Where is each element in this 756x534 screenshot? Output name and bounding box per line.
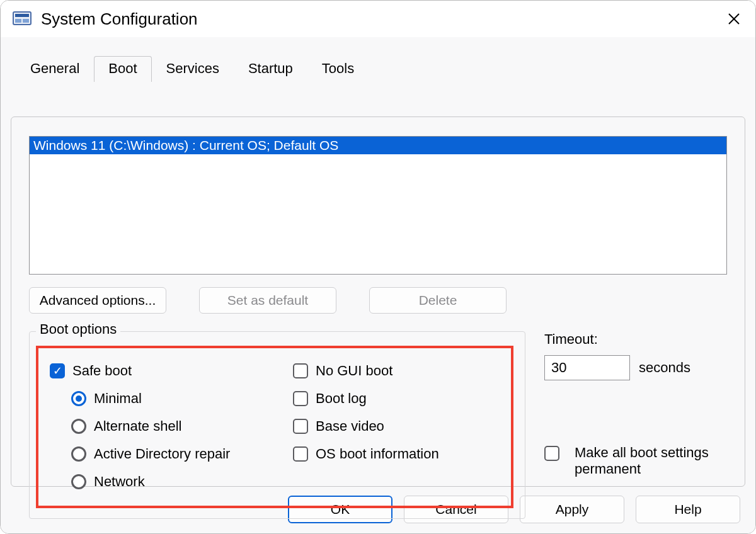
timeout-unit: seconds [639, 360, 690, 376]
tab-strip: General Boot Services Startup Tools [1, 37, 755, 81]
boot-tab-panel: Windows 11 (C:\Windows) : Current OS; De… [11, 116, 745, 487]
ad-repair-radio[interactable] [71, 446, 86, 462]
boot-button-row: Advanced options... Set as default Delet… [29, 287, 507, 314]
apply-button[interactable]: Apply [520, 496, 624, 523]
os-entry[interactable]: Windows 11 (C:\Windows) : Current OS; De… [30, 137, 726, 154]
safe-boot-checkbox[interactable]: ✓ [50, 363, 65, 378]
make-permanent-checkbox[interactable] [544, 446, 559, 461]
network-radio[interactable] [71, 474, 86, 489]
safe-boot-minimal[interactable]: Minimal [50, 385, 277, 412]
close-button[interactable] [721, 6, 747, 31]
safe-boot-alternate-shell[interactable]: Alternate shell [50, 412, 277, 440]
timeout-label: Timeout: [544, 331, 598, 348]
advanced-options-button[interactable]: Advanced options... [29, 287, 166, 314]
boot-options-column-right: No GUI boot Boot log Base video OS boot … [293, 357, 501, 468]
safe-boot-ad-repair[interactable]: Active Directory repair [50, 440, 277, 468]
system-configuration-window: System Configuration General Boot Servic… [0, 0, 756, 534]
base-video-checkbox[interactable] [293, 419, 308, 434]
window-title: System Configuration [41, 9, 198, 29]
tab-tools[interactable]: Tools [307, 56, 369, 82]
make-permanent-label: Make all boot settings permanent [575, 445, 733, 477]
safe-boot-option[interactable]: ✓ Safe boot [50, 357, 277, 385]
alternate-shell-radio[interactable] [71, 419, 86, 434]
boot-options-column-left: ✓ Safe boot Minimal Alternate shell Acti… [50, 357, 277, 496]
boot-log-checkbox[interactable] [293, 391, 308, 406]
titlebar: System Configuration [1, 1, 755, 37]
base-video-label: Base video [316, 418, 384, 435]
svg-rect-2 [15, 19, 21, 23]
os-boot-info-option[interactable]: OS boot information [293, 440, 501, 468]
set-as-default-button[interactable]: Set as default [199, 287, 336, 314]
alternate-shell-label: Alternate shell [94, 418, 181, 435]
svg-rect-1 [15, 14, 29, 17]
no-gui-boot-option[interactable]: No GUI boot [293, 357, 501, 385]
boot-options-legend: Boot options [36, 321, 120, 338]
tab-services[interactable]: Services [152, 56, 234, 82]
msconfig-icon [12, 9, 32, 29]
no-gui-boot-checkbox[interactable] [293, 363, 308, 378]
tab-startup[interactable]: Startup [234, 56, 307, 82]
timeout-row: seconds [544, 355, 690, 380]
ad-repair-label: Active Directory repair [94, 446, 230, 462]
network-label: Network [94, 474, 145, 490]
os-boot-info-label: OS boot information [316, 446, 439, 462]
help-button[interactable]: Help [636, 496, 740, 523]
os-boot-info-checkbox[interactable] [293, 446, 308, 462]
safe-boot-label: Safe boot [72, 363, 132, 379]
tab-boot[interactable]: Boot [94, 56, 151, 82]
delete-button[interactable]: Delete [369, 287, 507, 314]
no-gui-boot-label: No GUI boot [316, 363, 392, 379]
os-list[interactable]: Windows 11 (C:\Windows) : Current OS; De… [29, 136, 727, 275]
boot-options-fieldset: Boot options ✓ Safe boot Minimal Alterna… [29, 331, 525, 519]
close-icon [728, 13, 740, 25]
svg-rect-3 [23, 19, 29, 23]
make-permanent-option[interactable]: Make all boot settings permanent [544, 445, 733, 477]
minimal-radio[interactable] [71, 391, 86, 406]
boot-log-option[interactable]: Boot log [293, 385, 501, 412]
tab-general[interactable]: General [16, 56, 94, 82]
client-area: General Boot Services Startup Tools Wind… [1, 37, 755, 533]
boot-log-label: Boot log [316, 390, 367, 407]
minimal-label: Minimal [94, 390, 142, 407]
safe-boot-network[interactable]: Network [50, 468, 277, 496]
base-video-option[interactable]: Base video [293, 412, 501, 440]
timeout-input[interactable] [544, 355, 630, 380]
